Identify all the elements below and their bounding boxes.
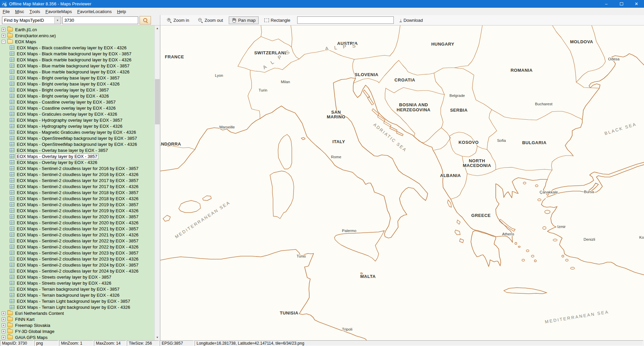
menu-item-favoritelocations[interactable]: FavoriteLocations xyxy=(74,8,114,15)
tree-folder-item[interactable]: +Eniro(kartor.eniro.se) xyxy=(0,33,154,39)
tree-leaf-item[interactable]: EOX Maps - Blue marble background layer … xyxy=(0,69,154,75)
tree-leaf-item[interactable]: EOX Maps - OpenStreetMap background laye… xyxy=(0,141,154,147)
folder-icon xyxy=(7,317,13,321)
menu-item-help[interactable]: Help xyxy=(114,8,129,15)
zoom-out-button[interactable]: − Zoom out xyxy=(195,16,226,24)
tree-folder-item[interactable]: +Esri Netherlands Content xyxy=(0,310,154,316)
expand-icon[interactable]: + xyxy=(2,28,5,32)
chevron-down-icon[interactable]: ▼ xyxy=(54,17,60,23)
map-layer-icon xyxy=(10,227,14,231)
tree-item-label: EOX Maps - Magnetic Graticules overlay l… xyxy=(16,130,137,135)
tree-leaf-item[interactable]: EOX Maps - Sentinel-2 cloudless layer fo… xyxy=(0,189,154,195)
menu-item-file[interactable]: File xyxy=(0,8,12,15)
tree-leaf-item[interactable]: EOX Maps - Bright overlay layer by EOX -… xyxy=(0,93,154,99)
tree-leaf-item[interactable]: EOX Maps - Terrain Light background laye… xyxy=(0,298,154,304)
zoom-in-button[interactable]: + Zoom in xyxy=(164,16,192,24)
tree-leaf-item[interactable]: EOX Maps - Terrain Light background laye… xyxy=(0,304,154,310)
tree-leaf-item[interactable]: EOX Maps - Sentinel-2 cloudless layer fo… xyxy=(0,177,154,183)
tree-leaf-item[interactable]: EOX Maps - Coastline overlay layer by EO… xyxy=(0,99,154,105)
tree-folder-item[interactable]: −EOX Maps xyxy=(0,39,154,45)
tree-item-label: EOX Maps - Sentinel-2 cloudless layer fo… xyxy=(16,232,139,237)
tree-folder-item[interactable]: +Earth.jl1.cn xyxy=(0,26,154,33)
tree-leaf-item[interactable]: EOX Maps - Sentinel-2 cloudless layer fo… xyxy=(0,244,154,250)
tree-folder-item[interactable]: +FINN Kart xyxy=(0,316,154,322)
tree-leaf-item[interactable]: EOX Maps - Sentinel-2 cloudless layer fo… xyxy=(0,171,154,177)
tree-leaf-item[interactable]: EOX Maps - Coastline overlay layer by EO… xyxy=(0,105,154,111)
folder-icon xyxy=(7,34,13,38)
tree-leaf-item[interactable]: EOX Maps - Graticules overlay layer by E… xyxy=(0,111,154,117)
zoom-in-icon: + xyxy=(167,18,172,23)
tree-leaf-item[interactable]: EOX Maps - Sentinel-2 cloudless layer fo… xyxy=(0,256,154,262)
tree-leaf-item[interactable]: EOX Maps - Sentinel-2 cloudless layer fo… xyxy=(0,262,154,268)
tree-leaf-item[interactable]: EOX Maps - Overlay layer by EOX - 3857 xyxy=(0,153,154,159)
menu-item-favoritemaps[interactable]: FavoriteMaps xyxy=(43,8,75,15)
tree-leaf-item[interactable]: EOX Maps - Black marble background layer… xyxy=(0,57,154,63)
map-label: SAN xyxy=(331,110,341,115)
tree-leaf-item[interactable]: EOX Maps - Bright overlay base layer by … xyxy=(0,75,154,81)
tree-leaf-item[interactable]: EOX Maps - Sentinel-2 cloudless layer fo… xyxy=(0,226,154,232)
tree-leaf-item[interactable]: EOX Maps - Hydrography overlay layer by … xyxy=(0,117,154,123)
expand-icon[interactable]: + xyxy=(2,324,5,327)
tree-folder-item[interactable]: +Freemap Slovakia xyxy=(0,322,154,328)
tree-leaf-item[interactable]: EOX Maps - Sentinel-2 cloudless layer fo… xyxy=(0,220,154,226)
tree-folder-item[interactable]: +GAIA GPS Maps xyxy=(0,334,154,340)
tree-leaf-item[interactable]: EOX Maps - Terrain background layer by E… xyxy=(0,286,154,292)
tree-leaf-item[interactable]: EOX Maps - Blue marble background layer … xyxy=(0,63,154,69)
tree-leaf-item[interactable]: EOX Maps - Sentinel-2 cloudless layer fo… xyxy=(0,201,154,208)
tree-leaf-item[interactable]: EOX Maps - Hydrography overlay layer by … xyxy=(0,123,154,129)
scroll-down-button[interactable]: ▼ xyxy=(155,335,160,340)
tree-leaf-item[interactable]: EOX Maps - Sentinel-2 cloudless layer fo… xyxy=(0,208,154,214)
tree-leaf-item[interactable]: EOX Maps - Black marble background layer… xyxy=(0,51,154,57)
tree-leaf-item[interactable]: EOX Maps - Sentinel-2 cloudless layer fo… xyxy=(0,214,154,220)
map-label: Palermo xyxy=(342,229,357,233)
tree-leaf-item[interactable]: EOX Maps - Black coastline overlay layer… xyxy=(0,45,154,51)
status-segment: Longitude=16.281738, Latitude=42.147114,… xyxy=(195,340,643,346)
download-name-input[interactable] xyxy=(297,16,394,24)
tree-leaf-item[interactable]: EOX Maps - Sentinel-2 cloudless layer fo… xyxy=(0,165,154,171)
scroll-thumb[interactable] xyxy=(155,79,160,124)
expand-icon[interactable]: + xyxy=(2,34,5,38)
menu-item-misc[interactable]: Misc xyxy=(12,8,27,15)
map-layer-icon xyxy=(10,70,14,74)
tree-leaf-item[interactable]: EOX Maps - Sentinel-2 cloudless layer fo… xyxy=(0,232,154,238)
tree-leaf-item[interactable]: EOX Maps - Sentinel-2 cloudless layer fo… xyxy=(0,183,154,189)
map-label: Rome xyxy=(331,155,341,159)
tree-leaf-item[interactable]: EOX Maps - Sentinel-2 cloudless layer fo… xyxy=(0,195,154,201)
tree-leaf-item[interactable]: EOX Maps - Streets overlay layer by EOX … xyxy=(0,280,154,286)
tree-leaf-item[interactable]: EOX Maps - Sentinel-2 cloudless layer fo… xyxy=(0,250,154,256)
tree-leaf-item[interactable]: EOX Maps - Streets overlay layer by EOX … xyxy=(0,274,154,280)
tree-leaf-item[interactable]: EOX Maps - OpenStreetMap background laye… xyxy=(0,135,154,141)
tree-leaf-item[interactable]: EOX Maps - Bright overlay base layer by … xyxy=(0,81,154,87)
search-mode-select[interactable]: Find by MapsTypeID ▼ xyxy=(2,16,61,24)
search-input[interactable] xyxy=(62,16,138,24)
expand-icon[interactable]: + xyxy=(2,330,5,333)
tree-item-label: EOX Maps - Terrain background layer by E… xyxy=(16,293,120,298)
tree-leaf-item[interactable]: EOX Maps - Overlay base layer by EOX - 3… xyxy=(0,147,154,153)
close-button[interactable]: ✕ xyxy=(629,0,644,8)
tree-leaf-item[interactable]: EOX Maps - Sentinel-2 cloudless layer fo… xyxy=(0,268,154,274)
pan-map-button[interactable]: Pan map xyxy=(229,16,259,24)
tree-leaf-item[interactable]: EOX Maps - Overlay layer by EOX - 4326 xyxy=(0,159,154,165)
tree-leaf-item[interactable]: EOX Maps - Terrain background layer by E… xyxy=(0,292,154,298)
map-view[interactable]: FRANCESWITZERLANDAUSTRIAHUNGARYMOLDOVASL… xyxy=(160,25,644,340)
menu-item-tools[interactable]: Tools xyxy=(27,8,43,15)
scroll-up-button[interactable]: ▲ xyxy=(155,25,160,31)
tree-leaf-item[interactable]: EOX Maps - Bright overlay layer by EOX -… xyxy=(0,87,154,93)
maximize-button[interactable] xyxy=(614,0,629,8)
rectangle-button[interactable]: Rectangle xyxy=(261,16,293,24)
minimize-button[interactable]: – xyxy=(599,0,614,8)
tree-scrollbar[interactable]: ▲ ▼ xyxy=(154,25,160,340)
search-button[interactable] xyxy=(140,16,151,24)
tree-leaf-item[interactable]: EOX Maps - Sentinel-2 cloudless layer fo… xyxy=(0,238,154,244)
tree-item-label: EOX Maps - Sentinel-2 cloudless layer fo… xyxy=(16,202,139,207)
tree-leaf-item[interactable]: EOX Maps - Magnetic Graticules overlay l… xyxy=(0,129,154,135)
tree-folder-item[interactable]: +FY-3D Global Image xyxy=(0,328,154,334)
expand-icon[interactable]: + xyxy=(2,336,5,339)
download-button[interactable]: ↓ Download xyxy=(396,16,426,24)
collapse-icon[interactable]: − xyxy=(2,40,5,44)
expand-icon[interactable]: + xyxy=(2,318,5,321)
expand-icon[interactable]: + xyxy=(2,311,5,315)
map-layer-icon xyxy=(10,112,14,116)
tree-item-label: EOX Maps - Blue marble background layer … xyxy=(16,63,130,68)
tree-item-label: EOX Maps - Bright overlay layer by EOX -… xyxy=(16,94,110,99)
